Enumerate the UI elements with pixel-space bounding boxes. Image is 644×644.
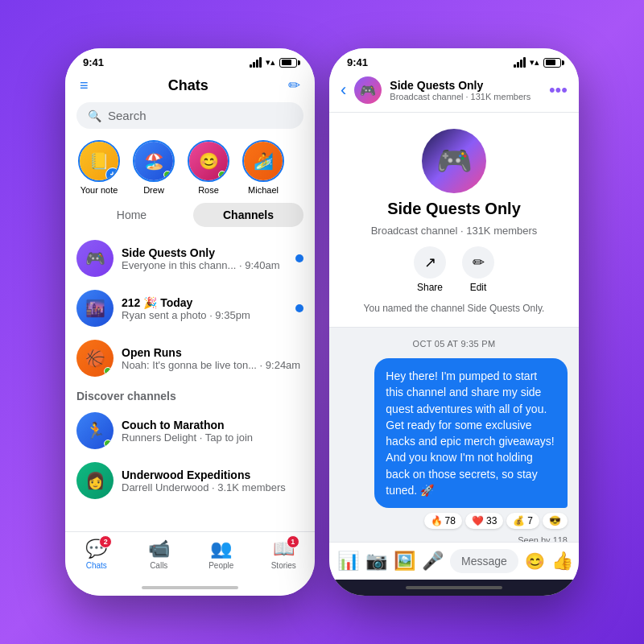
chat-preview-open-runs: Noah: It's gonna be live ton... · 9:24am: [122, 359, 303, 371]
search-bar[interactable]: 🔍 Search: [76, 102, 303, 129]
channel-header-name: Side Quests Only: [390, 79, 541, 92]
compose-icon[interactable]: ✏: [288, 76, 300, 94]
chat-list: 🎮 Side Quests Only Everyone in this chan…: [65, 233, 315, 531]
chat-avatar-212: 🌆: [76, 290, 114, 327]
chat-preview-underwood: Darrell Underwood · 3.1K members: [122, 481, 303, 493]
tab-home[interactable]: Home: [76, 203, 187, 227]
share-label: Share: [417, 282, 443, 293]
cool-emoji: 😎: [549, 515, 561, 526]
nav-calls[interactable]: 📹 Calls: [128, 539, 191, 570]
thumbs-up-icon[interactable]: 👍: [551, 551, 573, 572]
tab-channels[interactable]: Channels: [193, 203, 303, 227]
reaction-money[interactable]: 💰 7: [506, 513, 539, 529]
chat-avatar-couch: 🏃: [76, 412, 114, 449]
status-icons-left: ▾▴: [250, 57, 297, 68]
wifi-icon: ▾▴: [266, 57, 275, 68]
people-nav-icon: 👥: [210, 539, 232, 559]
mic-icon[interactable]: 🎤: [422, 551, 444, 572]
nav-people-label: People: [208, 561, 233, 570]
hamburger-icon[interactable]: ≡: [80, 77, 89, 94]
messages-area: OCT 05 AT 9:35 PM Hey there! I'm pumped …: [329, 328, 579, 542]
battery-icon: [279, 58, 297, 68]
chat-name-212: 212 🎉 Today: [122, 296, 287, 309]
story-your-note[interactable]: 📒 + Your note: [76, 140, 122, 195]
online-dot-drew: [163, 171, 171, 179]
channel-profile-name: Side Quests Only: [387, 200, 521, 218]
search-glass-icon: 🔍: [88, 109, 101, 122]
nav-chats-label: Chats: [86, 561, 107, 570]
chat-info-side-quests: Side Quests Only Everyone in this chann.…: [122, 246, 287, 271]
chat-preview-212: Ryan sent a photo · 9:35pm: [122, 309, 287, 321]
chat-name-open-runs: Open Runs: [122, 346, 303, 359]
right-phone: 9:41 ▾▴ ‹ 🎮 Side Quests Only Broadcast c…: [329, 48, 579, 596]
home-indicator-right: [329, 580, 579, 596]
chat-avatar-open-runs: 🏀: [76, 340, 114, 377]
chat-preview-side-quests: Everyone in this chann... · 9:40am: [122, 259, 287, 271]
story-michael[interactable]: 🏄 Michael: [241, 140, 286, 195]
emoji-icon[interactable]: 😊: [525, 551, 545, 571]
online-dot-couch: [104, 440, 112, 448]
channel-header-info: Side Quests Only Broadcast channel · 131…: [390, 79, 541, 101]
chat-info-underwood: Underwood Expeditions Darrell Underwood …: [122, 469, 303, 493]
seen-text: Seen by 118: [518, 535, 568, 542]
channel-big-avatar: 🎮: [422, 129, 486, 193]
edit-button[interactable]: ✏ Edit: [462, 246, 494, 293]
reactions-row: 🔥 78 ❤️ 33 💰 7 😎: [424, 513, 568, 529]
chat-info-212: 212 🎉 Today Ryan sent a photo · 9:35pm: [122, 296, 287, 321]
chat-item-open-runs[interactable]: 🏀 Open Runs Noah: It's gonna be live ton…: [65, 333, 315, 383]
status-icons-right: ▾▴: [514, 57, 561, 68]
chat-meta-212: [295, 304, 303, 312]
chat-item-side-quests[interactable]: 🎮 Side Quests Only Everyone in this chan…: [65, 233, 315, 283]
image-icon[interactable]: 🖼️: [394, 551, 415, 572]
reaction-cool[interactable]: 😎: [543, 513, 568, 529]
chats-title: Chats: [168, 77, 208, 94]
heart-count: 33: [486, 515, 497, 526]
nav-stories-label: Stories: [271, 561, 296, 570]
chat-name-underwood: Underwood Expeditions: [122, 469, 303, 481]
more-options-button[interactable]: •••: [549, 80, 568, 101]
money-count: 7: [527, 515, 533, 526]
share-button[interactable]: ↗ Share: [414, 246, 446, 293]
nav-calls-label: Calls: [150, 561, 167, 570]
story-label-your-note: Your note: [80, 185, 118, 195]
back-button[interactable]: ‹: [341, 80, 346, 101]
chat-info-couch: Couch to Marathon Runners Delight · Tap …: [122, 419, 303, 444]
nav-stories[interactable]: 📖 1 Stories: [253, 539, 316, 570]
message-input[interactable]: Message: [450, 549, 518, 573]
chat-name-side-quests: Side Quests Only: [122, 246, 287, 259]
fire-emoji: 🔥: [431, 515, 443, 526]
chat-item-212[interactable]: 🌆 212 🎉 Today Ryan sent a photo · 9:35pm: [65, 283, 315, 333]
story-label-rose: Rose: [198, 185, 219, 195]
chat-name-couch: Couch to Marathon: [122, 419, 303, 431]
reaction-fire[interactable]: 🔥 78: [424, 513, 462, 529]
chart-icon[interactable]: 📊: [337, 551, 359, 572]
share-icon: ↗: [414, 246, 446, 279]
bottom-nav: 💬 2 Chats 📹 Calls 👥 People 📖 1 Stories: [65, 531, 315, 580]
unread-dot-212: [295, 304, 303, 312]
stories-row: 📒 + Your note 🏖️ Drew 😊 Rose 🏄 Michael: [65, 137, 315, 203]
story-rose[interactable]: 😊 Rose: [186, 140, 231, 195]
status-bar-right: 9:41 ▾▴: [329, 48, 579, 73]
nav-chats[interactable]: 💬 2 Chats: [65, 539, 128, 570]
stories-badge: 1: [287, 535, 299, 548]
message-input-bar: 📊 📷 🖼️ 🎤 Message 😊 👍: [329, 542, 579, 580]
reaction-heart[interactable]: ❤️ 33: [465, 513, 503, 529]
channel-header: ‹ 🎮 Side Quests Only Broadcast channel ·…: [329, 73, 579, 113]
camera-icon[interactable]: 📷: [365, 551, 387, 572]
wifi-icon-right: ▾▴: [530, 57, 539, 68]
status-time-left: 9:41: [83, 56, 104, 68]
battery-icon-right: [543, 58, 561, 68]
chats-header: ≡ Chats ✏: [65, 73, 315, 102]
home-indicator-left: [65, 580, 315, 596]
online-dot-open-runs: [104, 367, 112, 375]
channel-profile: 🎮 Side Quests Only Broadcast channel · 1…: [329, 113, 579, 328]
story-drew[interactable]: 🏖️ Drew: [131, 140, 176, 195]
chats-badge: 2: [99, 535, 112, 548]
edit-icon: ✏: [462, 246, 494, 279]
status-bar-left: 9:41 ▾▴: [65, 48, 315, 73]
nav-people[interactable]: 👥 People: [190, 539, 253, 570]
chat-item-underwood[interactable]: 👩 Underwood Expeditions Darrell Underwoo…: [65, 456, 315, 506]
chat-item-couch-marathon[interactable]: 🏃 Couch to Marathon Runners Delight · Ta…: [65, 406, 315, 456]
calls-nav-icon: 📹: [148, 539, 170, 559]
search-placeholder: Search: [108, 109, 147, 122]
